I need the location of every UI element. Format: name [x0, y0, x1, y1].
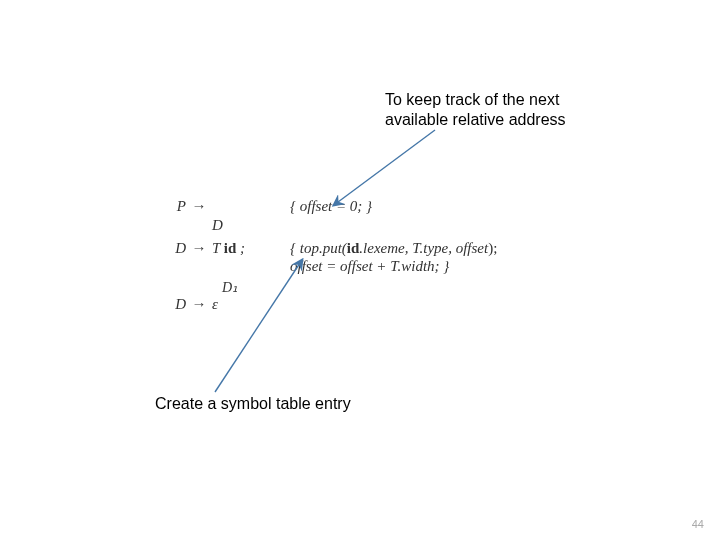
page-number: 44: [692, 518, 704, 530]
action-put-l1c: );: [488, 240, 497, 256]
annotation-top-line1: To keep track of the next: [385, 91, 559, 108]
rule-D-eps: D → ε: [150, 296, 497, 313]
sym-id: id: [224, 240, 237, 256]
sdt-block: P → { offset = 0; } D D → T id ; { top.p…: [150, 198, 497, 315]
rule-D-decl: D → T id ; { top.put(id.lexeme, T.type, …: [150, 240, 497, 257]
lhs-P: P: [150, 198, 186, 215]
sym-semi: ;: [240, 240, 245, 256]
action-put-line2: offset = offset + T.width; }: [290, 258, 497, 275]
rule-P-body: D: [212, 217, 497, 234]
lhs-D2: D: [150, 296, 186, 313]
arrow-icon: →: [186, 296, 212, 313]
arrow-top: [334, 130, 435, 205]
lhs-D: D: [150, 240, 186, 257]
rule-P: P → { offset = 0; }: [150, 198, 497, 215]
sym-id2: id: [347, 240, 360, 256]
rule-D-body: D₁: [222, 279, 497, 296]
action-offset-zero: { offset = 0; }: [290, 198, 372, 215]
slide: To keep track of the next available rela…: [0, 0, 720, 540]
action-put-l1a: { top.put(: [290, 240, 347, 256]
annotation-top: To keep track of the next available rela…: [385, 90, 566, 130]
action-put-line1: { top.put(id.lexeme, T.type, offset);: [290, 240, 497, 257]
prod-eps: ε: [212, 296, 290, 313]
annotation-top-line2: available relative address: [385, 111, 566, 128]
arrow-icon: →: [186, 198, 212, 215]
annotation-bottom: Create a symbol table entry: [155, 395, 351, 413]
prod-Tid: T id ;: [212, 240, 290, 257]
arrow-icon: →: [186, 240, 212, 257]
sym-T: T: [212, 240, 220, 256]
action-put-l1b: .lexeme, T.type, offset: [359, 240, 488, 256]
